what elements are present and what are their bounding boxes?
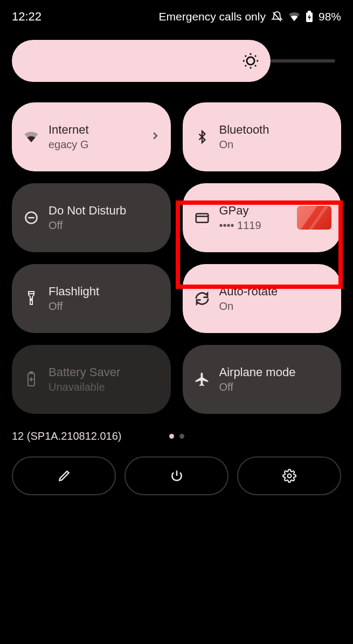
brightness-slider[interactable]: [12, 40, 271, 82]
tile-subtitle: Off: [219, 381, 332, 393]
tile-subtitle: Off: [49, 219, 161, 232]
svg-point-8: [287, 474, 291, 478]
svg-rect-1: [308, 11, 311, 12]
wifi-status-icon: [288, 11, 300, 23]
settings-button[interactable]: [237, 456, 341, 495]
dnd-icon: [23, 210, 40, 225]
svg-point-5: [31, 299, 32, 301]
tile-dnd[interactable]: Do Not Disturb Off: [12, 183, 171, 252]
tile-title: Bluetooth: [219, 123, 332, 137]
tile-title: Do Not Disturb: [49, 204, 161, 218]
tile-batterysaver[interactable]: Battery Saver Unavailable: [12, 345, 171, 414]
svg-point-2: [247, 57, 254, 65]
tile-title: Auto-rotate: [219, 285, 332, 299]
page-indicator: [169, 434, 184, 439]
tile-flashlight[interactable]: Flashlight Off: [12, 264, 171, 333]
footer-actions: [0, 442, 353, 495]
brightness-icon: [241, 52, 260, 70]
svg-rect-4: [196, 214, 208, 223]
brightness-track-remainder: [271, 59, 335, 63]
chevron-right-icon: [149, 130, 161, 144]
tile-subtitle: Unavailable: [49, 381, 161, 393]
status-bar: 12:22 Emergency calls only 98%: [0, 0, 353, 24]
qs-tiles: Internet egacy G Bluetooth On Do Not Dis…: [0, 82, 353, 414]
page-dot: [179, 434, 184, 439]
page-dot: [169, 434, 174, 439]
tile-subtitle: On: [219, 139, 332, 151]
tile-title: Airplane mode: [219, 365, 332, 379]
build-row: 12 (SP1A.210812.016): [0, 414, 353, 442]
tile-title: Internet: [49, 123, 139, 137]
brightness-slider-row: [0, 24, 353, 82]
status-network-text: Emergency calls only: [159, 10, 266, 23]
tile-airplane[interactable]: Airplane mode Off: [183, 345, 342, 414]
bluetooth-icon: [193, 130, 211, 144]
edit-icon: [57, 469, 71, 483]
status-time: 12:22: [12, 10, 41, 24]
autorotate-icon: [193, 290, 211, 307]
card-icon: [193, 210, 211, 226]
wifi-icon: [23, 129, 40, 145]
tile-subtitle: •••• 1119: [219, 219, 289, 232]
tile-subtitle: On: [219, 300, 332, 313]
tile-title: Flashlight: [49, 285, 161, 299]
dnd-off-icon: [271, 11, 283, 23]
tile-autorotate[interactable]: Auto-rotate On: [183, 264, 342, 333]
power-button[interactable]: [124, 456, 229, 495]
battery-icon: [23, 371, 40, 387]
build-string: 12 (SP1A.210812.016): [12, 430, 122, 442]
power-icon: [170, 469, 184, 483]
battery-status-icon: [306, 11, 313, 23]
tile-gpay[interactable]: GPay •••• 1119: [183, 183, 342, 252]
tile-bluetooth[interactable]: Bluetooth On: [183, 102, 342, 171]
edit-button[interactable]: [12, 456, 116, 495]
status-right: Emergency calls only 98%: [159, 10, 341, 23]
flashlight-icon: [23, 290, 40, 307]
tile-title: Battery Saver: [49, 365, 161, 379]
tile-subtitle: egacy G: [49, 139, 139, 151]
status-battery-pct: 98%: [319, 10, 341, 23]
gpay-card-art: [297, 206, 331, 230]
svg-rect-7: [30, 372, 33, 373]
tile-subtitle: Off: [49, 300, 161, 313]
tile-title: GPay: [219, 204, 289, 218]
airplane-icon: [193, 371, 211, 387]
tile-internet[interactable]: Internet egacy G: [12, 102, 171, 171]
gear-icon: [282, 469, 296, 483]
